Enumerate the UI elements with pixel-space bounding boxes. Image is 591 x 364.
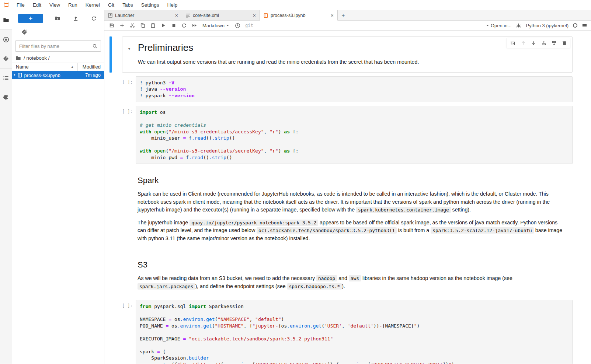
sidebar-tab-files[interactable] bbox=[0, 10, 12, 29]
new-folder-button[interactable] bbox=[53, 14, 62, 22]
tab-process-s3.ipynb[interactable]: process-s3.ipynb × bbox=[260, 10, 338, 21]
markdown-body[interactable]: ▾ Preliminaries We can first output some… bbox=[122, 36, 573, 73]
sidebar-tab-running[interactable] bbox=[0, 30, 12, 49]
folder-icon bbox=[15, 55, 21, 61]
running-icon bbox=[3, 36, 9, 43]
cell-collapser[interactable] bbox=[109, 36, 112, 73]
markdown-body[interactable]: Spark Spark can be used in Client mode (… bbox=[122, 168, 573, 248]
debugger-bug-icon[interactable] bbox=[516, 23, 521, 28]
hamburger-menu-icon[interactable] bbox=[582, 23, 587, 28]
inline-code: oci.stackable.tech/sandbox/spark:3.5.2-p… bbox=[257, 227, 397, 234]
cut-button[interactable] bbox=[127, 21, 138, 30]
menu-run[interactable]: Run bbox=[64, 2, 81, 8]
markdown-paragraph: As we will be reading data from an S3 bu… bbox=[138, 274, 567, 290]
inline-code: hadoop bbox=[316, 275, 337, 281]
file-filter-input[interactable] bbox=[18, 43, 92, 49]
file-row[interactable]: • process-s3.ipynb 7m ago bbox=[12, 71, 104, 79]
inline-code: spark.kubernetes.container.image bbox=[356, 207, 451, 213]
insert-below-icon bbox=[552, 41, 557, 46]
menu-git[interactable]: Git bbox=[104, 2, 118, 8]
stop-button[interactable] bbox=[168, 21, 179, 30]
menu-help[interactable]: Help bbox=[163, 2, 181, 8]
toc-icon bbox=[3, 75, 9, 81]
git-clone-button[interactable] bbox=[21, 29, 28, 35]
markdown-heading: Preliminaries bbox=[138, 42, 566, 53]
breadcrumb[interactable]: / notebook / bbox=[12, 53, 104, 63]
copy-button[interactable] bbox=[138, 21, 148, 30]
open-in-dropdown[interactable]: Open in... bbox=[486, 23, 511, 28]
clock-icon bbox=[235, 23, 240, 28]
move-down-button[interactable] bbox=[529, 39, 538, 47]
menu-edit[interactable]: Edit bbox=[29, 2, 45, 8]
breadcrumb-path: / notebook / bbox=[24, 55, 50, 61]
insert-below-button[interactable] bbox=[549, 39, 559, 47]
file-browser-toolbar bbox=[12, 10, 104, 23]
restart-icon bbox=[181, 23, 187, 28]
sidebar-tab-toc[interactable] bbox=[0, 69, 12, 88]
heading-collapse-icon[interactable]: ▾ bbox=[128, 47, 130, 51]
add-tab-button[interactable]: + bbox=[338, 10, 349, 20]
move-up-icon bbox=[521, 41, 526, 46]
upload-button[interactable] bbox=[72, 14, 80, 22]
tab-bar: Launcher × core-site.xml × process-s3.ip… bbox=[104, 10, 591, 21]
code-cell: [ ]: ! python3 -V ! java --version ! pys… bbox=[122, 76, 573, 102]
cell-prompt: [ ]: bbox=[122, 106, 136, 164]
markdown-cell: Spark Spark can be used in Client mode (… bbox=[122, 168, 573, 248]
file-filter-box bbox=[15, 41, 101, 52]
duplicate-button[interactable] bbox=[508, 39, 517, 47]
fast-forward-button[interactable] bbox=[189, 21, 199, 30]
menu-file[interactable]: File bbox=[13, 2, 29, 8]
caret-down-icon bbox=[486, 24, 490, 28]
tab-core-site.xml[interactable]: core-site.xml × bbox=[182, 10, 260, 20]
menu-settings[interactable]: Settings bbox=[137, 2, 163, 8]
code-editor[interactable]: import os # get minio credentials with o… bbox=[136, 106, 573, 164]
execution-time-button[interactable] bbox=[233, 21, 243, 30]
refresh-button[interactable] bbox=[90, 14, 98, 22]
move-down-icon bbox=[531, 41, 536, 46]
close-icon[interactable]: × bbox=[252, 13, 257, 18]
tab-Launcher[interactable]: Launcher × bbox=[104, 10, 182, 20]
code-editor[interactable]: from pyspark.sql import SparkSession NAM… bbox=[136, 300, 573, 364]
move-up-button[interactable] bbox=[518, 39, 528, 47]
new-launcher-button[interactable] bbox=[18, 14, 43, 23]
sidebar-tab-extensions[interactable] bbox=[0, 88, 12, 107]
sidebar-tab-git[interactable] bbox=[0, 49, 12, 68]
new-folder-icon bbox=[55, 15, 60, 21]
insert-above-button[interactable] bbox=[539, 39, 548, 47]
markdown-body[interactable]: S3 As we will be reading data from an S3… bbox=[122, 252, 573, 296]
delete-icon bbox=[562, 41, 567, 46]
column-modified[interactable]: Modified bbox=[77, 63, 104, 71]
markdown-paragraph: We can first output some versions that a… bbox=[138, 58, 566, 66]
chevron-down-icon bbox=[226, 24, 230, 28]
paste-button[interactable] bbox=[148, 21, 158, 30]
inline-code: aws bbox=[349, 275, 361, 281]
git-icon bbox=[3, 56, 9, 62]
menu-kernel[interactable]: Kernel bbox=[81, 2, 104, 8]
cell-toolbar bbox=[507, 38, 570, 48]
jupyter-logo-icon bbox=[0, 1, 13, 8]
xml-file-icon bbox=[185, 13, 191, 18]
save-button[interactable] bbox=[107, 21, 117, 30]
git-clone-row bbox=[12, 23, 104, 37]
close-icon[interactable]: × bbox=[174, 13, 179, 18]
delete-button[interactable] bbox=[560, 39, 569, 47]
cell-type-dropdown[interactable]: Markdown bbox=[202, 23, 230, 28]
menu-view[interactable]: View bbox=[45, 2, 64, 8]
stop-icon bbox=[171, 23, 176, 28]
paste-icon bbox=[150, 23, 156, 28]
notebook-toolbar: Markdown git Open in... Python 3 (ipyker… bbox=[104, 21, 591, 31]
restart-button[interactable] bbox=[179, 21, 189, 30]
cell-type-value: Markdown bbox=[202, 23, 225, 28]
add-button[interactable] bbox=[117, 21, 127, 30]
kernel-name[interactable]: Python 3 (ipykernel) bbox=[526, 23, 569, 28]
menu-tabs[interactable]: Tabs bbox=[118, 2, 137, 8]
column-name[interactable]: Name ▲ bbox=[12, 63, 77, 71]
markdown-cell: ▾ Preliminaries We can first output some… bbox=[122, 36, 573, 73]
duplicate-icon bbox=[510, 41, 515, 46]
refresh-icon bbox=[91, 16, 97, 21]
files-icon bbox=[3, 17, 9, 23]
code-editor[interactable]: ! python3 -V ! java --version ! pyspark … bbox=[136, 76, 573, 102]
close-icon[interactable]: × bbox=[330, 13, 334, 18]
git-clone-icon bbox=[21, 29, 27, 35]
run-button[interactable] bbox=[158, 21, 168, 30]
